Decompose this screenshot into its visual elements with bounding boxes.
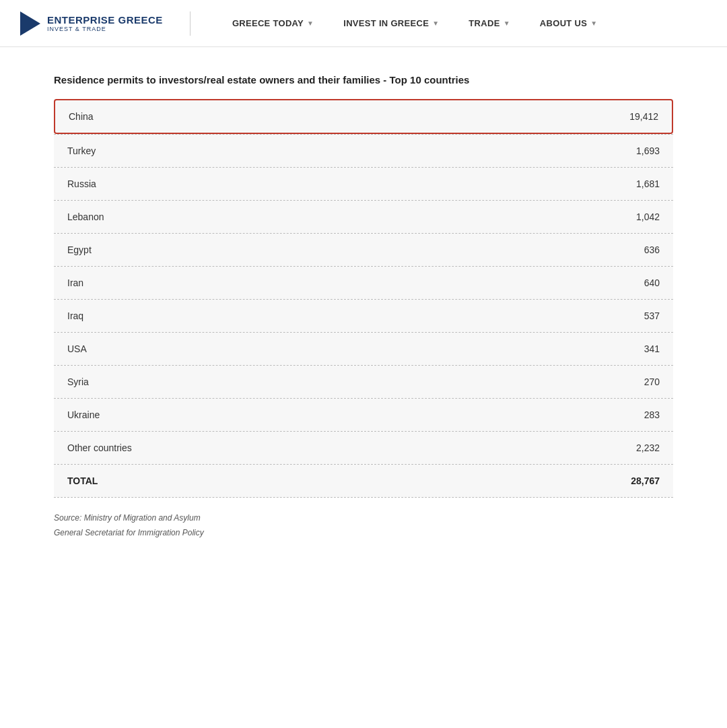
country-value: 640 — [644, 277, 660, 288]
country-value: 1,681 — [636, 178, 660, 189]
table-row: Iran640 — [54, 267, 673, 299]
table-row: Lebanon1,042 — [54, 201, 673, 233]
nav-invest-in-greece[interactable]: INVEST IN GREECE ▼ — [328, 0, 454, 47]
country-value: 270 — [644, 376, 660, 387]
country-name: Other countries — [67, 442, 132, 453]
table-row: Ukraine283 — [54, 399, 673, 431]
country-value: 2,232 — [636, 442, 660, 453]
chevron-down-icon: ▼ — [504, 20, 510, 27]
chevron-down-icon: ▼ — [590, 20, 597, 27]
nav-trade[interactable]: TRADE ▼ — [454, 0, 524, 47]
source-line: General Secretariat for Immigration Poli… — [54, 526, 673, 541]
country-name: China — [69, 111, 94, 122]
country-value: 537 — [644, 310, 660, 321]
data-table: China19,412Turkey1,693Russia1,681Lebanon… — [54, 99, 673, 498]
country-name: USA — [67, 343, 87, 354]
country-name: Iraq — [67, 310, 83, 321]
logo-title: ENTERPRISE GREECE — [47, 14, 163, 26]
chevron-down-icon: ▼ — [432, 20, 439, 27]
total-label: TOTAL — [67, 475, 98, 486]
country-value: 19,412 — [629, 111, 658, 122]
table-row: Syria270 — [54, 366, 673, 398]
source-info: Source: Ministry of Migration and Asylum… — [54, 511, 673, 540]
logo-subtitle: INVEST & TRADE — [47, 26, 163, 32]
country-name: Ukraine — [67, 409, 100, 420]
country-name: Turkey — [67, 145, 96, 156]
table-row: Iraq537 — [54, 300, 673, 332]
total-row: TOTAL28,767 — [54, 465, 673, 497]
table-row: USA341 — [54, 333, 673, 365]
source-line: Source: Ministry of Migration and Asylum — [54, 511, 673, 526]
main-nav: GREECE TODAY ▼ INVEST IN GREECE ▼ TRADE … — [217, 0, 707, 47]
table-row: Turkey1,693 — [54, 135, 673, 167]
country-name: Lebanon — [67, 211, 104, 222]
country-value: 1,042 — [636, 211, 660, 222]
table-row: Other countries2,232 — [54, 432, 673, 464]
logo-icon — [20, 11, 40, 36]
site-header: ENTERPRISE GREECE INVEST & TRADE GREECE … — [0, 0, 727, 47]
table-row: Egypt636 — [54, 234, 673, 266]
country-value: 1,693 — [636, 145, 660, 156]
total-value: 28,767 — [631, 475, 660, 486]
row-separator — [54, 497, 673, 498]
country-name: Syria — [67, 376, 89, 387]
country-value: 341 — [644, 343, 660, 354]
nav-about-us[interactable]: ABOUT US ▼ — [525, 0, 613, 47]
logo-area[interactable]: ENTERPRISE GREECE INVEST & TRADE — [20, 11, 191, 36]
table-row: Russia1,681 — [54, 168, 673, 200]
svg-marker-0 — [20, 11, 40, 36]
country-name: Iran — [67, 277, 83, 288]
table-title: Residence permits to investors/real esta… — [54, 74, 673, 86]
chevron-down-icon: ▼ — [307, 20, 314, 27]
country-name: Russia — [67, 178, 96, 189]
main-content: Residence permits to investors/real esta… — [0, 47, 727, 581]
nav-greece-today[interactable]: GREECE TODAY ▼ — [217, 0, 328, 47]
country-value: 283 — [644, 409, 660, 420]
country-name: Egypt — [67, 244, 92, 255]
logo-text: ENTERPRISE GREECE INVEST & TRADE — [47, 14, 163, 32]
table-row: China19,412 — [54, 99, 673, 134]
country-value: 636 — [644, 244, 660, 255]
